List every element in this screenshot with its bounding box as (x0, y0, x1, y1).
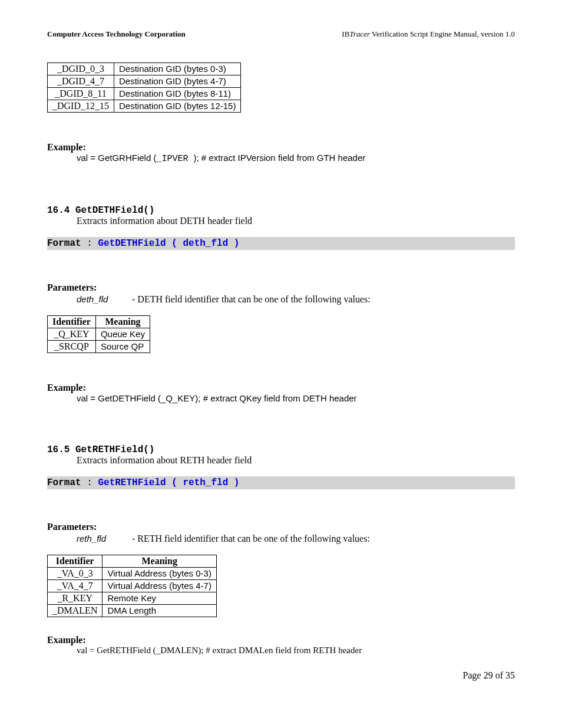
example-suffix: ); # extract IPVersion field from GTH he… (193, 153, 365, 163)
header-right: IBTracer Verification Script Engine Manu… (342, 29, 515, 39)
format-keyword: Format (47, 477, 87, 488)
example-code: val = GetGRHField (_IPVER ); # extract I… (77, 153, 515, 164)
identifier-cell: _SRCQP (48, 341, 96, 353)
meaning-cell: Queue Key (95, 328, 150, 341)
section-desc: Extracts information about RETH header f… (77, 455, 515, 466)
format-colon: : (87, 238, 98, 249)
deth-table: Identifier Meaning _Q_KEY Queue Key _SRC… (47, 315, 150, 353)
parameters-label: Parameters: (47, 282, 515, 293)
identifier-header: Identifier (48, 555, 103, 568)
section-desc: Extracts information about DETH header f… (77, 216, 515, 226)
format-keyword: Format (47, 238, 87, 249)
example-prefix: val = GetGRHField ( (77, 153, 156, 163)
dgid-table: _DGID_0_3 Destination GID (bytes 0-3) _D… (47, 62, 241, 113)
meaning-cell: Destination GID (bytes 4-7) (114, 75, 241, 88)
format-bar: Format : GetRETHField ( reth_fld ) (47, 476, 515, 489)
header-right-suffix: Verification Script Engine Manual, versi… (370, 29, 515, 38)
format-function: GetDETHField ( deth_fld ) (98, 238, 239, 249)
identifier-cell: _DGID_0_3 (48, 63, 114, 75)
table-row: _SRCQP Source QP (48, 341, 150, 353)
identifier-cell: _VA_0_3 (48, 568, 103, 580)
identifier-cell: _DGID_4_7 (48, 75, 114, 88)
page-header: Computer Access Technology Corporation I… (47, 29, 515, 39)
identifier-cell: _DMALEN (48, 605, 103, 617)
format-bar: Format : GetDETHField ( deth_fld ) (47, 237, 515, 250)
table-header-row: Identifier Meaning (48, 555, 217, 568)
table-header-row: Identifier Meaning (48, 316, 150, 328)
table-row: _DGID_12_15 Destination GID (bytes 12-15… (48, 100, 241, 113)
meaning-cell: DMA Length (103, 605, 216, 617)
meaning-cell: Virtual Address (bytes 4-7) (103, 580, 216, 592)
table-row: _R_KEY Remote Key (48, 592, 217, 605)
table-row: _VA_0_3 Virtual Address (bytes 0-3) (48, 568, 217, 580)
example-label: Example: (47, 383, 515, 393)
meaning-cell: Remote Key (103, 592, 216, 605)
format-function: GetRETHField ( reth_fld ) (98, 477, 239, 488)
table-row: _DMALEN DMA Length (48, 605, 217, 617)
param-desc: - DETH field identifier that can be one … (132, 294, 371, 304)
example-code: val = GetDETHField (_Q_KEY); # extract Q… (77, 393, 515, 403)
example-label: Example: (47, 142, 515, 153)
param-name: reth_fld (77, 533, 130, 543)
meaning-cell: Destination GID (bytes 12-15) (114, 100, 241, 113)
meaning-header: Meaning (95, 316, 150, 328)
identifier-header: Identifier (48, 316, 96, 328)
identifier-cell: _R_KEY (48, 592, 103, 605)
example-label: Example: (47, 635, 515, 645)
param-desc: - RETH field identifier that can be one … (132, 533, 370, 543)
identifier-cell: _VA_4_7 (48, 580, 103, 592)
meaning-cell: Destination GID (bytes 0-3) (114, 63, 241, 75)
table-row: _DGID_8_11 Destination GID (bytes 8-11) (48, 88, 241, 100)
header-right-italic: Tracer (349, 29, 370, 38)
page-footer: Page 29 of 35 (47, 670, 515, 681)
table-row: _DGID_0_3 Destination GID (bytes 0-3) (48, 63, 241, 75)
header-left: Computer Access Technology Corporation (47, 29, 186, 39)
meaning-cell: Virtual Address (bytes 0-3) (103, 568, 216, 580)
format-colon: : (87, 477, 98, 488)
param-row: deth_fld - DETH field identifier that ca… (77, 294, 515, 305)
meaning-header: Meaning (103, 555, 216, 568)
section-heading: 16.4 GetDETHField() (47, 205, 515, 216)
reth-table: Identifier Meaning _VA_0_3 Virtual Addre… (47, 555, 217, 617)
header-right-prefix: IB (342, 29, 349, 38)
table-row: _Q_KEY Queue Key (48, 328, 150, 341)
identifier-cell: _DGID_12_15 (48, 100, 114, 113)
meaning-cell: Destination GID (bytes 8-11) (114, 88, 241, 100)
param-row: reth_fld - RETH field identifier that ca… (77, 533, 515, 544)
identifier-cell: _DGID_8_11 (48, 88, 114, 100)
example-mono: _IPVER (156, 154, 193, 164)
table-row: _DGID_4_7 Destination GID (bytes 4-7) (48, 75, 241, 88)
section-16-5: 16.5 GetRETHField() Extracts information… (47, 444, 515, 655)
example-code: val = GetRETHField (_DMALEN); # extract … (77, 645, 515, 655)
section-heading: 16.5 GetRETHField() (47, 444, 515, 455)
meaning-cell: Source QP (95, 341, 150, 353)
parameters-label: Parameters: (47, 522, 515, 532)
identifier-cell: _Q_KEY (48, 328, 96, 341)
table-row: _VA_4_7 Virtual Address (bytes 4-7) (48, 580, 217, 592)
param-name: deth_fld (77, 294, 130, 304)
section-16-4: 16.4 GetDETHField() Extracts information… (47, 205, 515, 403)
